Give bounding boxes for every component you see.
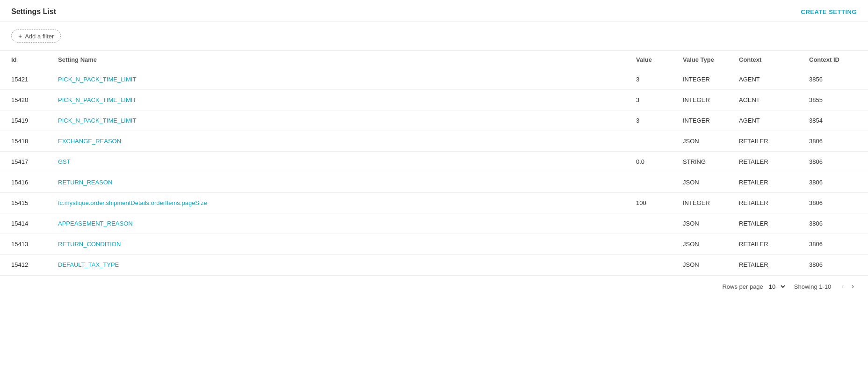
cell-value: 0.0 xyxy=(625,152,672,172)
cell-value: 3 xyxy=(625,69,672,90)
cell-value xyxy=(625,131,672,152)
table-row: 15414 APPEASEMENT_REASON JSON RETAILER 3… xyxy=(0,213,868,234)
cell-contextid: 3806 xyxy=(798,193,868,213)
cell-context: RETAILER xyxy=(728,255,798,275)
cell-value: 3 xyxy=(625,110,672,131)
table-header-row: Id Setting Name Value Value Type Context… xyxy=(0,51,868,69)
table-row: 15417 GST 0.0 STRING RETAILER 3806 xyxy=(0,152,868,172)
cell-context: RETAILER xyxy=(728,172,798,193)
cell-context: RETAILER xyxy=(728,152,798,172)
cell-context: AGENT xyxy=(728,110,798,131)
cell-name: DEFAULT_TAX_TYPE xyxy=(47,255,625,275)
add-filter-label: Add a filter xyxy=(25,33,54,40)
table-row: 15412 DEFAULT_TAX_TYPE JSON RETAILER 380… xyxy=(0,255,868,275)
cell-context: RETAILER xyxy=(728,131,798,152)
cell-context: RETAILER xyxy=(728,213,798,234)
col-header-contextid: Context ID xyxy=(798,51,868,69)
cell-contextid: 3806 xyxy=(798,131,868,152)
rows-per-page-select[interactable]: 102550100 xyxy=(767,283,787,291)
cell-valuetype: STRING xyxy=(672,152,728,172)
cell-value xyxy=(625,234,672,255)
settings-table: Id Setting Name Value Value Type Context… xyxy=(0,51,868,275)
table-row: 15416 RETURN_REASON JSON RETAILER 3806 xyxy=(0,172,868,193)
cell-name: PICK_N_PACK_TIME_LIMIT xyxy=(47,90,625,110)
table-row: 15413 RETURN_CONDITION JSON RETAILER 380… xyxy=(0,234,868,255)
cell-valuetype: JSON xyxy=(672,255,728,275)
table-row: 15421 PICK_N_PACK_TIME_LIMIT 3 INTEGER A… xyxy=(0,69,868,90)
cell-name: fc.mystique.order.shipmentDetails.orderI… xyxy=(47,193,625,213)
cell-contextid: 3854 xyxy=(798,110,868,131)
table-row: 15419 PICK_N_PACK_TIME_LIMIT 3 INTEGER A… xyxy=(0,110,868,131)
col-header-context: Context xyxy=(728,51,798,69)
col-header-valuetype: Value Type xyxy=(672,51,728,69)
cell-value xyxy=(625,172,672,193)
cell-contextid: 3806 xyxy=(798,234,868,255)
page-header: Settings List CREATE SETTING xyxy=(0,0,868,22)
cell-id: 15414 xyxy=(0,213,47,234)
filter-bar: + Add a filter xyxy=(0,22,868,51)
table-header: Id Setting Name Value Value Type Context… xyxy=(0,51,868,69)
cell-valuetype: JSON xyxy=(672,234,728,255)
plus-icon: + xyxy=(18,32,22,40)
rows-per-page-label: Rows per page xyxy=(722,283,763,290)
cell-name: PICK_N_PACK_TIME_LIMIT xyxy=(47,110,625,131)
cell-name: PICK_N_PACK_TIME_LIMIT xyxy=(47,69,625,90)
page-title: Settings List xyxy=(11,7,56,16)
cell-context: RETAILER xyxy=(728,234,798,255)
col-header-value: Value xyxy=(625,51,672,69)
cell-id: 15412 xyxy=(0,255,47,275)
table-row: 15415 fc.mystique.order.shipmentDetails.… xyxy=(0,193,868,213)
cell-context: AGENT xyxy=(728,90,798,110)
cell-value: 100 xyxy=(625,193,672,213)
cell-valuetype: JSON xyxy=(672,172,728,193)
rows-per-page-container: Rows per page 102550100 xyxy=(722,283,786,291)
pagination-controls: ‹ › xyxy=(839,281,857,292)
cell-context: AGENT xyxy=(728,69,798,90)
cell-id: 15415 xyxy=(0,193,47,213)
cell-name: EXCHANGE_REASON xyxy=(47,131,625,152)
cell-name: GST xyxy=(47,152,625,172)
cell-contextid: 3806 xyxy=(798,152,868,172)
cell-id: 15419 xyxy=(0,110,47,131)
create-setting-button[interactable]: CREATE SETTING xyxy=(801,8,857,15)
cell-valuetype: JSON xyxy=(672,213,728,234)
cell-valuetype: INTEGER xyxy=(672,90,728,110)
cell-valuetype: INTEGER xyxy=(672,69,728,90)
cell-id: 15420 xyxy=(0,90,47,110)
next-page-button[interactable]: › xyxy=(849,281,857,292)
prev-page-button[interactable]: ‹ xyxy=(839,281,846,292)
cell-name: RETURN_REASON xyxy=(47,172,625,193)
showing-text: Showing 1-10 xyxy=(794,283,832,290)
cell-valuetype: INTEGER xyxy=(672,193,728,213)
cell-id: 15413 xyxy=(0,234,47,255)
cell-id: 15418 xyxy=(0,131,47,152)
cell-value xyxy=(625,255,672,275)
cell-name: RETURN_CONDITION xyxy=(47,234,625,255)
cell-valuetype: JSON xyxy=(672,131,728,152)
cell-contextid: 3806 xyxy=(798,255,868,275)
cell-contextid: 3806 xyxy=(798,213,868,234)
table-row: 15420 PICK_N_PACK_TIME_LIMIT 3 INTEGER A… xyxy=(0,90,868,110)
cell-context: RETAILER xyxy=(728,193,798,213)
table-footer: Rows per page 102550100 Showing 1-10 ‹ › xyxy=(0,275,868,297)
table-row: 15418 EXCHANGE_REASON JSON RETAILER 3806 xyxy=(0,131,868,152)
cell-id: 15421 xyxy=(0,69,47,90)
cell-value: 3 xyxy=(625,90,672,110)
cell-contextid: 3856 xyxy=(798,69,868,90)
cell-value xyxy=(625,213,672,234)
table-body: 15421 PICK_N_PACK_TIME_LIMIT 3 INTEGER A… xyxy=(0,69,868,275)
col-header-name: Setting Name xyxy=(47,51,625,69)
cell-valuetype: INTEGER xyxy=(672,110,728,131)
cell-id: 15417 xyxy=(0,152,47,172)
cell-contextid: 3806 xyxy=(798,172,868,193)
add-filter-button[interactable]: + Add a filter xyxy=(11,29,61,43)
col-header-id: Id xyxy=(0,51,47,69)
cell-name: APPEASEMENT_REASON xyxy=(47,213,625,234)
cell-id: 15416 xyxy=(0,172,47,193)
cell-contextid: 3855 xyxy=(798,90,868,110)
